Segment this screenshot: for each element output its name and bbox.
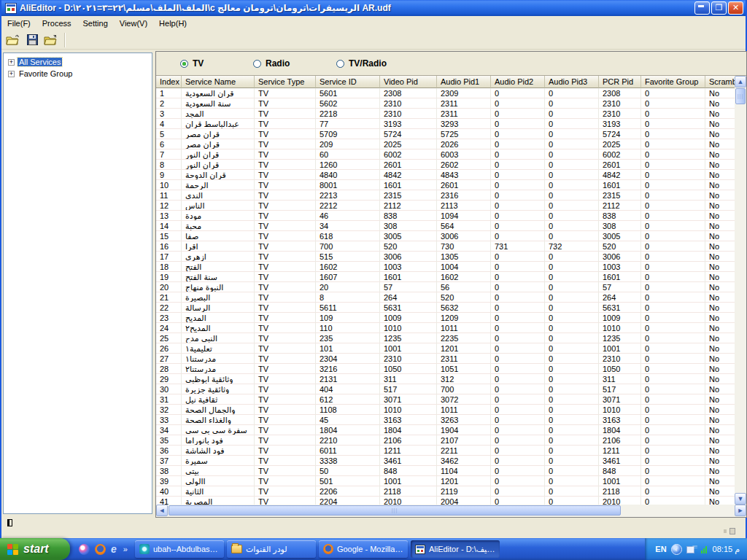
menu-file[interactable]: File(F) — [1, 17, 36, 30]
service-table[interactable]: 1السعودية قرانTV5601230823090023080No2ال… — [156, 88, 735, 505]
table-row[interactable]: 30جزيرة وثائقيةTV404517700005170No — [156, 384, 735, 394]
table-row[interactable]: 22الرسالةTV5611563156320056310No — [156, 303, 735, 313]
table-row[interactable]: 18الفتحTV1602100310040010030No — [156, 262, 735, 272]
vertical-scrollbar[interactable]: ▲ ▼ — [735, 76, 746, 505]
table-row[interactable]: 27مدرستنا١TV2304231023110023100No — [156, 354, 735, 364]
browser-swirl-icon[interactable] — [79, 544, 90, 555]
expand-plus-icon[interactable]: + — [8, 59, 15, 66]
table-row[interactable]: 31نيل ثقافيةTV612307130720030710No — [156, 394, 735, 405]
table-row[interactable]: 33الصحة والغذاءTV45316332630031630No — [156, 415, 735, 425]
column-header-service-type[interactable]: Service Type — [255, 76, 316, 88]
column-header-favorite-group[interactable]: Favorite Group — [641, 76, 705, 88]
radio-tv-radio[interactable]: TV/Radio — [336, 58, 387, 69]
table-row[interactable]: 12الناسTV2212211221130021120No — [156, 201, 735, 211]
internet-explorer-icon[interactable]: e — [111, 544, 117, 555]
minimize-button[interactable] — [694, 1, 710, 15]
radio-button-icon[interactable] — [253, 60, 261, 68]
menu-setting[interactable]: Setting — [77, 17, 114, 30]
table-row[interactable]: 36الشاشة فودTV6011121122110012110No — [156, 446, 735, 456]
column-header-audio-pid3[interactable]: Audio Pid3 — [545, 76, 599, 88]
clock[interactable]: 08:15 م — [713, 545, 740, 554]
table-row[interactable]: 39االولىTV501100112010010010No — [156, 476, 735, 486]
table-row[interactable]: 19الفتح سنةTV1607160116020016010No — [156, 272, 735, 282]
menu-view[interactable]: View(V) — [114, 17, 153, 30]
tree-item-all-services[interactable]: + All Services — [4, 56, 152, 68]
table-row[interactable]: 21البصيرةTV8264520002640No — [156, 292, 735, 303]
column-header-scrambled[interactable]: Scrambled — [705, 76, 735, 88]
menu-help[interactable]: Help(H) — [153, 17, 193, 30]
start-button[interactable]: start — [0, 538, 70, 560]
table-row[interactable]: 34سى بى سى سفرةTV1804180419040018040No — [156, 425, 735, 435]
table-row[interactable]: 7النور قرانTV60600260030060020No — [156, 149, 735, 160]
language-indicator[interactable]: EN — [655, 545, 666, 553]
radio-button-icon[interactable] — [336, 60, 344, 68]
horizontal-scrollbar[interactable]: ◄ ► — [156, 505, 746, 517]
table-row[interactable]: 15صفاTV618300530060030050No — [156, 231, 735, 241]
title-bar[interactable]: AliEditor - D:\الملف\الملف\مسلم\٢٢=٣=٢٠٢… — [1, 0, 746, 16]
vertical-scroll-thumb[interactable] — [735, 88, 746, 104]
table-row[interactable]: 32الصحة والجمالTV1108101010110010100No — [156, 405, 735, 415]
firefox-icon[interactable] — [95, 544, 106, 555]
taskbar-button-alieditor[interactable]: AliEditor - D:\الريسيف... — [411, 540, 500, 558]
column-header-audio-pid2[interactable]: Audio Pid2 — [491, 76, 545, 88]
expand-plus-icon[interactable]: + — [8, 71, 15, 77]
table-row[interactable]: 9الدوحة قرانTV4840484248430048420No — [156, 170, 735, 180]
signal-bars-icon[interactable] — [701, 545, 707, 553]
column-header-service-name[interactable]: Service Name — [182, 76, 255, 88]
table-row[interactable]: 11الندىTV2213231523160023150No — [156, 190, 735, 201]
radio-radio[interactable]: Radio — [253, 58, 290, 69]
close-button[interactable]: ✕ — [728, 1, 743, 15]
network-icon[interactable] — [686, 545, 697, 553]
scroll-down-icon[interactable]: ▼ — [735, 493, 746, 505]
table-row[interactable]: 26تعليمية١TV101100112010010010No — [156, 343, 735, 354]
table-row[interactable]: 6مصر قرانTV209202520260020250No — [156, 139, 735, 149]
taskbar-button-firefox[interactable]: Google - Mozilla Firefox — [319, 540, 408, 558]
chevron-more-icon[interactable]: » — [123, 545, 128, 553]
table-row[interactable]: 20منهاج النبوةTV20575600570No — [156, 282, 735, 292]
tree-item-favorite-group[interactable]: + Favorite Group — [4, 68, 152, 79]
table-row[interactable]: 35بانوراما فودTV2210210621070021060No — [156, 435, 735, 446]
table-row[interactable]: 1السعودية قرانTV5601230823090023080No — [156, 88, 735, 98]
scroll-right-icon[interactable]: ► — [735, 505, 746, 516]
table-row[interactable]: 5مصر قرانTV5709572457250057240No — [156, 129, 735, 139]
table-row[interactable]: 25مدح النبىTV235123522350012350No — [156, 333, 735, 343]
table-row[interactable]: 3المجدTV2218231023110023100No — [156, 109, 735, 119]
table-row[interactable]: 14محبةTV34308564003080No — [156, 221, 735, 231]
table-row[interactable]: 38بيتىTV508481104008480No — [156, 466, 735, 476]
scroll-left-icon[interactable]: ◄ — [156, 505, 168, 516]
splitter-grip-icon[interactable] — [7, 519, 12, 526]
column-header-index[interactable]: Index — [156, 76, 182, 88]
table-row[interactable]: 40الثانيةTV2206211821190021180No — [156, 486, 735, 497]
column-header-service-id[interactable]: Service ID — [316, 76, 380, 88]
table-row[interactable]: 37سميرةTV3338346134620034610No — [156, 456, 735, 466]
resize-grip-icon[interactable] — [729, 528, 735, 534]
column-header-video-pid[interactable]: Video Pid — [380, 76, 437, 88]
table-row[interactable]: 24المديح٢TV110101010110010100No — [156, 323, 735, 333]
taskbar-button-media[interactable]: ubah--Abdulbasit Abd... — [135, 540, 224, 558]
radio-tv[interactable]: TV — [180, 58, 204, 69]
table-row[interactable]: 17ازهرىTV515300613050030060No — [156, 252, 735, 262]
table-row[interactable]: 16اقراTV7005207307317325200No — [156, 241, 735, 252]
cell-service-name: الرحمة — [182, 180, 255, 190]
scroll-up-icon[interactable]: ▲ — [735, 76, 746, 88]
table-row[interactable]: 4قران عبدالباسطTV77319332930031930No — [156, 119, 735, 129]
table-row[interactable]: 13مودةTV468381094008380No — [156, 211, 735, 221]
table-row[interactable]: 10الرحمةTV8001160126010016010No — [156, 180, 735, 190]
taskbar-button-folder[interactable]: لودر القنوات — [227, 540, 316, 558]
open-folder-button[interactable] — [42, 32, 60, 48]
save-file-button[interactable] — [23, 32, 41, 48]
table-row[interactable]: 28مدرستنا٢TV3216105010510010500No — [156, 364, 735, 374]
horizontal-scroll-thumb[interactable] — [169, 505, 621, 516]
radio-button-icon[interactable] — [180, 60, 188, 68]
menu-process[interactable]: Process — [36, 17, 77, 30]
restore-button[interactable]: ❐ — [711, 1, 727, 15]
table-row[interactable]: 8النور قرانTV1260260126020026010No — [156, 160, 735, 170]
language-bar-collapse-icon[interactable]: ‹ — [671, 544, 682, 555]
column-header-audio-pid1[interactable]: Audio Pid1 — [437, 76, 491, 88]
table-row[interactable]: 2السعودية سنةTV5602231023110023100No — [156, 98, 735, 109]
open-file-button[interactable] — [4, 32, 22, 48]
column-header-pcr-pid[interactable]: PCR Pid — [599, 76, 641, 88]
table-row[interactable]: 29ابوظبى وثائقيةTV2131311312003110No — [156, 374, 735, 384]
table-row[interactable]: 23المديحTV109100912090010090No — [156, 313, 735, 323]
table-row[interactable]: 41المصريةTV2204201020040020100No — [156, 497, 735, 505]
